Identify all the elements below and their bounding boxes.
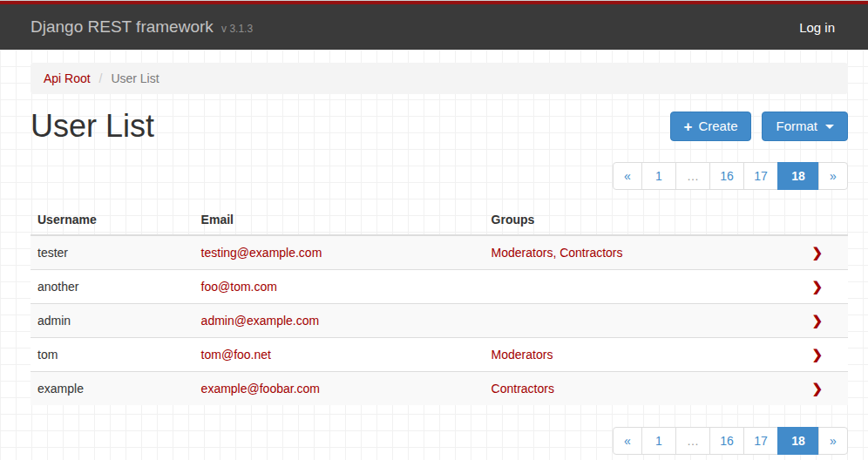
- pagination-page-16[interactable]: 16: [709, 162, 744, 190]
- breadcrumb-current: User List: [111, 71, 159, 85]
- pagination-page-17[interactable]: 17: [743, 427, 778, 455]
- pagination-bottom: « 1 … 16 17 18 »: [613, 427, 848, 455]
- cell-email-link[interactable]: example@foobar.com: [201, 382, 320, 396]
- cell-email-link[interactable]: tom@foo.net: [201, 348, 271, 362]
- breadcrumb-separator: /: [99, 71, 103, 85]
- create-button[interactable]: + Create: [670, 112, 752, 141]
- plus-icon: +: [684, 119, 693, 134]
- caret-down-icon: [825, 125, 834, 129]
- login-link[interactable]: Log in: [799, 20, 835, 35]
- cell-username: tester: [31, 235, 194, 270]
- column-header-email: Email: [194, 205, 485, 235]
- cell-username: another: [31, 270, 194, 304]
- breadcrumb: Api Root / User List: [31, 63, 848, 94]
- pagination-next[interactable]: »: [818, 162, 848, 190]
- pagination-top: « 1 … 16 17 18 »: [613, 162, 848, 190]
- table-row: tom tom@foo.net Moderators ❯: [31, 338, 848, 372]
- table-row: example example@foobar.com Contractors ❯: [31, 372, 848, 406]
- navbar: Django REST framework v 3.1.3 Log in: [0, 4, 868, 50]
- pagination-page-18-active[interactable]: 18: [777, 162, 819, 190]
- cell-email-link[interactable]: foo@tom.com: [201, 280, 277, 294]
- cell-groups-link[interactable]: Contractors: [492, 382, 554, 396]
- pagination-page-17[interactable]: 17: [743, 162, 778, 190]
- pagination-bottom-row: « 1 … 16 17 18 »: [31, 427, 848, 455]
- page-title: User List: [31, 108, 154, 145]
- row-detail-chevron-icon[interactable]: ❯: [812, 381, 824, 396]
- column-header-username: Username: [31, 205, 194, 235]
- breadcrumb-link-api-root[interactable]: Api Root: [44, 71, 91, 85]
- format-dropdown-button[interactable]: Format: [762, 112, 848, 141]
- page-header: User List + Create Format: [31, 106, 848, 145]
- pagination-prev[interactable]: «: [613, 427, 642, 455]
- table-row: another foo@tom.com ❯: [31, 270, 848, 304]
- page-background: Api Root / User List User List + Create …: [0, 50, 868, 460]
- cell-username: tom: [31, 338, 194, 372]
- pagination-page-1[interactable]: 1: [641, 427, 676, 455]
- row-detail-chevron-icon[interactable]: ❯: [812, 245, 824, 260]
- row-detail-chevron-icon[interactable]: ❯: [812, 313, 824, 328]
- cell-groups-link[interactable]: Moderators, Contractors: [492, 246, 623, 260]
- column-header-detail: [787, 205, 848, 235]
- row-detail-chevron-icon[interactable]: ❯: [812, 347, 824, 362]
- row-detail-chevron-icon[interactable]: ❯: [812, 279, 824, 294]
- format-button-label: Format: [776, 118, 817, 134]
- cell-email-link[interactable]: testing@example.com: [201, 246, 322, 260]
- toolbar: + Create Format: [670, 112, 848, 141]
- pagination-ellipsis: …: [675, 427, 710, 455]
- cell-username: example: [31, 372, 194, 406]
- cell-username: admin: [31, 304, 194, 338]
- table-row: admin admin@example.com ❯: [31, 304, 848, 338]
- brand-version: v 3.1.3: [221, 23, 253, 35]
- column-header-groups: Groups: [485, 205, 787, 235]
- user-table: Username Email Groups tester testing@exa…: [31, 205, 848, 405]
- pagination-top-row: « 1 … 16 17 18 »: [31, 162, 848, 190]
- pagination-next[interactable]: »: [818, 427, 848, 455]
- table-header-row: Username Email Groups: [31, 205, 848, 235]
- brand-title: Django REST framework: [31, 17, 214, 36]
- pagination-page-16[interactable]: 16: [709, 427, 744, 455]
- create-button-label: Create: [698, 118, 737, 134]
- pagination-ellipsis: …: [675, 162, 710, 190]
- navbar-brand: Django REST framework v 3.1.3: [31, 17, 253, 37]
- cell-email-link[interactable]: admin@example.com: [201, 314, 320, 328]
- pagination-prev[interactable]: «: [613, 162, 642, 190]
- pagination-page-1[interactable]: 1: [641, 162, 676, 190]
- table-row: tester testing@example.com Moderators, C…: [31, 235, 848, 270]
- cell-groups-link[interactable]: Moderators: [492, 348, 553, 362]
- pagination-page-18-active[interactable]: 18: [777, 427, 819, 455]
